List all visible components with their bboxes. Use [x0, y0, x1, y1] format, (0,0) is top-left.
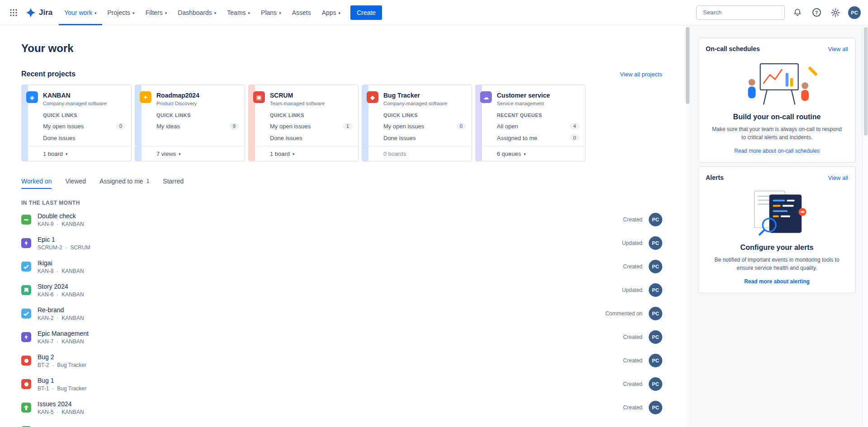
main-scrollbar-thumb[interactable] — [686, 27, 689, 104]
global-search[interactable] — [696, 5, 785, 20]
issue-title-link[interactable]: Story 2024 — [38, 283, 84, 290]
issue-breadcrumb: KAN-8KANBAN — [38, 268, 84, 274]
activity-status: Updated — [622, 287, 642, 293]
alerts-card: Alerts View all — [698, 166, 856, 293]
work-item-row[interactable]: Ikigai KAN-8KANBAN Created PC — [21, 257, 662, 277]
alerts-description: Be notified of important events in monit… — [709, 256, 845, 272]
queues-dropdown[interactable]: 6 queues▾ — [476, 146, 585, 161]
quick-link[interactable]: Done issues — [270, 134, 353, 141]
project-card-scrum: ▣ SCRUM Team-managed software QUICK LINK… — [248, 84, 359, 161]
project-name-link[interactable]: KANBAN — [43, 92, 71, 99]
project-type: Product Discovery — [156, 101, 199, 106]
tab-viewed[interactable]: Viewed — [65, 178, 86, 189]
views-dropdown[interactable]: 7 views▾ — [135, 146, 245, 161]
issue-breadcrumb: KAN-6KANBAN — [38, 291, 84, 298]
alerts-illustration — [706, 187, 848, 239]
work-item-row[interactable]: Bug 2 BT-2Bug Tracker Created PC — [21, 351, 662, 371]
work-item-row[interactable]: Story 2024 KAN-6KANBAN Updated PC — [21, 280, 662, 300]
quick-links-heading: QUICK LINKS — [383, 113, 466, 118]
oncall-illustration — [706, 58, 848, 108]
oncall-view-all-link[interactable]: View all — [828, 46, 848, 52]
quick-link — [156, 134, 239, 141]
quick-link[interactable]: My ideas 9 — [156, 122, 239, 130]
issue-title-link[interactable]: Issues 2024 — [38, 400, 84, 408]
alerts-view-all-link[interactable]: View all — [828, 174, 848, 181]
tab-starred[interactable]: Starred — [163, 178, 184, 189]
alerts-read-more-link[interactable]: Read more about alerting — [706, 278, 848, 285]
project-name-link[interactable]: Roadmap2024 — [156, 92, 199, 99]
quick-links-heading: QUICK LINKS — [270, 113, 353, 118]
nav-assets[interactable]: Assets — [287, 0, 316, 25]
nav-projects[interactable]: Projects▾ — [102, 0, 140, 25]
nav-dashboards[interactable]: Dashboards▾ — [172, 0, 222, 25]
nav-your-work[interactable]: Your work▾ — [59, 0, 102, 25]
chevron-down-icon: ▾ — [66, 152, 68, 156]
quick-link[interactable]: Done issues — [383, 134, 466, 141]
quick-link[interactable]: My open issues 0 — [43, 122, 126, 130]
oncall-read-more-link[interactable]: Read more about on-call schedules — [706, 148, 848, 154]
help-button[interactable]: ? — [810, 6, 823, 19]
issue-title-link[interactable]: Epic Management — [38, 330, 89, 337]
work-item-row[interactable]: Issues 2024 KAN-5KANBAN Created PC — [21, 398, 662, 418]
quick-link[interactable]: My open issues 0 — [383, 122, 466, 130]
tab-worked-on[interactable]: Worked on — [21, 178, 52, 189]
work-item-row[interactable]: Bug 1 BT-1Bug Tracker Created PC — [21, 374, 662, 394]
issue-title-link[interactable]: Bug 1 — [38, 377, 86, 384]
work-item-row[interactable]: Epic 1 SCRUM-2SCRUM Updated PC — [21, 233, 662, 253]
jira-logo-icon — [25, 7, 36, 18]
work-item-row[interactable]: Epic 3 — [21, 421, 662, 427]
nav-plans[interactable]: Plans▾ — [255, 0, 287, 25]
app-switcher-icon[interactable] — [6, 5, 21, 20]
project-avatar: ◆ — [367, 91, 378, 103]
chevron-down-icon: ▾ — [214, 11, 217, 15]
work-item-row[interactable]: Re-brand KAN-2KANBAN Commented on PC — [21, 304, 662, 324]
issue-type-icon — [21, 238, 31, 248]
project-card-customer-service: ☁ Customer service Service management RE… — [475, 84, 585, 161]
project-name-link[interactable]: Customer service — [497, 92, 550, 99]
work-item-row[interactable]: Epic Management KAN-7KANBAN Created PC — [21, 327, 662, 347]
count-badge: 4 — [570, 123, 580, 129]
work-item-row[interactable]: Double check KAN-9KANBAN Created PC — [21, 210, 662, 230]
boards-dropdown[interactable]: 1 board▾ — [249, 146, 358, 161]
assignee-avatar: PC — [649, 330, 662, 344]
project-name-link[interactable]: SCRUM — [270, 92, 293, 99]
notifications-button[interactable] — [791, 6, 804, 19]
issue-title-link[interactable]: Epic 1 — [38, 236, 90, 243]
nav-filters[interactable]: Filters▾ — [140, 0, 173, 25]
right-rail: On-call schedules View all — [690, 25, 863, 427]
chevron-down-icon: ▾ — [132, 11, 135, 15]
nav-apps[interactable]: Apps▾ — [316, 0, 346, 25]
queue-link[interactable]: All open 4 — [497, 122, 580, 130]
alerts-headline: Configure your alerts — [706, 244, 848, 252]
issue-title-link[interactable]: Bug 2 — [38, 353, 86, 361]
window-scrollbar-track — [863, 25, 868, 427]
project-avatar: ▣ — [253, 91, 265, 103]
tab-count-badge: 1 — [146, 178, 150, 184]
project-name-link[interactable]: Bug Tracker — [383, 92, 420, 99]
count-badge: 0 — [456, 123, 466, 129]
user-avatar[interactable]: PC — [848, 6, 861, 19]
oncall-description: Make sure that your team is always on-ca… — [709, 125, 845, 141]
tab-assigned-to-me[interactable]: Assigned to me1 — [99, 178, 149, 189]
grid-icon — [9, 9, 18, 17]
alerts-card-title: Alerts — [706, 174, 724, 181]
window-scrollbar-thumb[interactable] — [864, 27, 868, 136]
create-button[interactable]: Create — [350, 5, 382, 20]
boards-dropdown[interactable]: 1 board▾ — [22, 146, 131, 161]
search-input[interactable] — [703, 9, 783, 16]
quick-link[interactable]: My open issues 1 — [270, 122, 353, 130]
count-badge: 0 — [116, 123, 126, 129]
issue-title-link[interactable]: Re-brand — [38, 306, 84, 314]
view-all-projects-link[interactable]: View all projects — [620, 71, 662, 78]
settings-button[interactable] — [829, 6, 842, 19]
count-badge: 0 — [570, 135, 580, 141]
jira-logo[interactable]: Jira — [25, 7, 52, 18]
queue-link[interactable]: Assigned to me 0 — [497, 134, 580, 141]
project-type: Service management — [497, 101, 550, 106]
quick-link[interactable]: Done issues — [43, 134, 126, 141]
assignee-avatar: PC — [649, 236, 662, 250]
issue-title-link[interactable]: Ikigai — [38, 259, 84, 267]
issue-title-link[interactable]: Double check — [38, 212, 84, 220]
top-navbar: Jira Your work▾ Projects▾ Filters▾ Dashb… — [0, 0, 868, 25]
nav-teams[interactable]: Teams▾ — [222, 0, 255, 25]
